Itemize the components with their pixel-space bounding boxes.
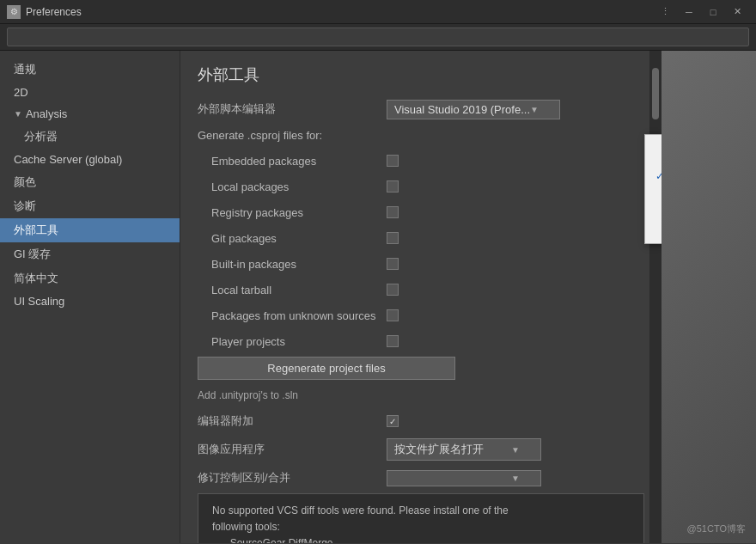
sidebar-item-ui-scaling[interactable]: UI Scaling	[0, 290, 180, 312]
search-bar	[0, 24, 756, 51]
package-checkbox-4[interactable]	[387, 258, 399, 270]
sidebar-item-gi-cache[interactable]: GI 缓存	[0, 242, 180, 266]
package-row-0: Embedded packages	[198, 150, 644, 171]
sidebar-label-2d: 2D	[14, 86, 28, 99]
vcs-label: 修订控制区别/合并	[198, 470, 387, 486]
main-layout: 通规 2D ▼ Analysis 分析器 Cache Server (globa…	[0, 51, 756, 543]
package-row-4: Built-in packages	[198, 254, 644, 274]
right-panel	[662, 51, 756, 543]
package-label-5: Local tarball	[198, 284, 387, 296]
sidebar-label-general: 通规	[14, 62, 36, 77]
regenerate-button[interactable]: Regenerate project files	[198, 357, 455, 380]
app-icon: ⚙	[7, 5, 21, 19]
sidebar-item-cache[interactable]: Cache Server (global)	[0, 149, 180, 170]
package-label-3: Git packages	[198, 232, 387, 245]
editor-dropdown[interactable]: Visual Studio 2019 (Profe... ▼	[387, 100, 560, 119]
image-app-row: 图像应用程序 按文件扩展名打开 ▼	[198, 438, 644, 461]
package-checkbox-2[interactable]	[387, 206, 399, 218]
editor-addon-row: 编辑器附加 ✓	[198, 411, 644, 431]
image-app-dropdown-arrow-icon: ▼	[511, 445, 520, 455]
window-controls: ⋮ ─ □ ✕	[653, 0, 749, 24]
regenerate-row: Regenerate project files	[198, 357, 644, 380]
sidebar-label-cache: Cache Server (global)	[14, 153, 122, 166]
dropdown-item-browse[interactable]: 浏览...	[645, 217, 662, 243]
sidebar-label-gi-cache: GI 缓存	[14, 247, 51, 262]
package-row-1: Local packages	[198, 176, 644, 197]
arrow-icon-analysis: ▼	[14, 109, 22, 119]
title-bar: ⚙ Preferences ⋮ ─ □ ✕	[0, 0, 756, 24]
sln-label: Add .unityproj's to .sln	[198, 389, 387, 401]
image-app-dropdown-value: 按文件扩展名打开	[394, 442, 484, 457]
sidebar-label-analysis: Analysis	[26, 107, 67, 120]
sidebar-item-color[interactable]: 颜色	[0, 170, 180, 194]
editor-row: 外部脚本编辑器 Visual Studio 2019 (Profe... ▼	[198, 99, 644, 119]
package-checkbox-7[interactable]	[387, 335, 399, 347]
package-label-2: Registry packages	[198, 206, 387, 219]
minimize-button[interactable]: ─	[677, 0, 701, 24]
sidebar-item-general[interactable]: 通规	[0, 58, 180, 82]
sidebar-label-color: 颜色	[14, 174, 36, 190]
package-row-5: Local tarball	[198, 279, 644, 300]
vcs-text-area: No supported VCS diff tools were found. …	[198, 493, 644, 543]
sidebar-item-analysis[interactable]: ▼ Analysis	[0, 103, 180, 125]
sln-row: Add .unityproj's to .sln	[198, 385, 644, 406]
package-label-7: Player projects	[198, 335, 387, 348]
sidebar-label-external: 外部工具	[14, 223, 58, 238]
window-title: Preferences	[26, 6, 653, 18]
editor-dropdown-value: Visual Studio 2019 (Profe...	[394, 103, 530, 116]
editor-addon-label: 编辑器附加	[198, 413, 387, 429]
editor-addon-checkbox[interactable]: ✓	[387, 415, 399, 427]
no-check-icon-0	[655, 140, 662, 153]
sidebar-label-ui-scaling: UI Scaling	[14, 295, 64, 308]
sidebar-item-diagnostics[interactable]: 诊断	[0, 194, 180, 218]
sidebar-item-2d[interactable]: 2D	[0, 82, 180, 103]
package-checkbox-5[interactable]	[387, 284, 399, 296]
package-checkbox-0[interactable]	[387, 155, 399, 167]
check-mark-icon-1: ✓	[655, 170, 662, 182]
sidebar-label-analyzer: 分析器	[24, 129, 58, 144]
vcs-dropdown-arrow-icon: ▼	[511, 474, 520, 483]
maximize-button[interactable]: □	[701, 0, 725, 24]
package-label-6: Packages from unknown sources	[198, 309, 387, 322]
dropdown-item-vs2019[interactable]: ✓ Visual Studio 2019 (Professional)	[645, 158, 662, 194]
package-row-3: Git packages	[198, 228, 644, 248]
generate-label-row: Generate .csproj files for:	[198, 125, 644, 145]
package-checkbox-1[interactable]	[387, 180, 399, 193]
editor-label: 外部脚本编辑器	[198, 101, 387, 117]
scrollbar-thumb[interactable]	[652, 68, 659, 119]
page-title: 外部工具	[198, 64, 644, 85]
dropdown-item-open-by-ext[interactable]: Open by file extension	[645, 135, 662, 158]
package-row-6: Packages from unknown sources	[198, 305, 644, 326]
package-label-4: Built-in packages	[198, 258, 387, 271]
close-button[interactable]: ✕	[725, 0, 749, 24]
package-row-2: Registry packages	[198, 202, 644, 223]
editor-dropdown-popup: Open by file extension ✓ Visual Studio 2…	[644, 134, 662, 244]
generate-label: Generate .csproj files for:	[198, 129, 387, 142]
sidebar: 通规 2D ▼ Analysis 分析器 Cache Server (globa…	[0, 51, 180, 543]
watermark: @51CTO博客	[687, 523, 746, 535]
dropdown-item-vscode[interactable]: Visual Studio Code	[645, 194, 662, 217]
vcs-text-content: No supported VCS diff tools were found. …	[212, 504, 509, 543]
dropdown-arrow-icon: ▼	[530, 105, 539, 114]
right-panel-bg	[662, 51, 756, 543]
no-check-icon-2	[655, 199, 662, 212]
no-check-icon-3	[655, 224, 662, 237]
scrollbar[interactable]	[649, 51, 662, 543]
sidebar-item-analyzer[interactable]: 分析器	[0, 125, 180, 149]
package-label-1: Local packages	[198, 180, 387, 193]
package-label-0: Embedded packages	[198, 155, 387, 168]
sidebar-label-diagnostics: 诊断	[14, 199, 36, 214]
menu-button[interactable]: ⋮	[653, 0, 677, 24]
vcs-row: 修订控制区别/合并 ▼	[198, 468, 644, 488]
vcs-dropdown[interactable]: ▼	[387, 470, 541, 486]
sidebar-item-chinese[interactable]: 简体中文	[0, 266, 180, 290]
package-checkbox-3[interactable]	[387, 232, 399, 244]
sidebar-item-external[interactable]: 外部工具	[0, 218, 180, 242]
sidebar-label-chinese: 简体中文	[14, 271, 58, 286]
search-input[interactable]	[7, 28, 749, 46]
content-inner: 外部工具 外部脚本编辑器 Visual Studio 2019 (Profe..…	[180, 51, 662, 543]
image-app-label: 图像应用程序	[198, 442, 387, 457]
package-row-7: Player projects	[198, 331, 644, 351]
image-app-dropdown[interactable]: 按文件扩展名打开 ▼	[387, 438, 541, 461]
package-checkbox-6[interactable]	[387, 309, 399, 321]
